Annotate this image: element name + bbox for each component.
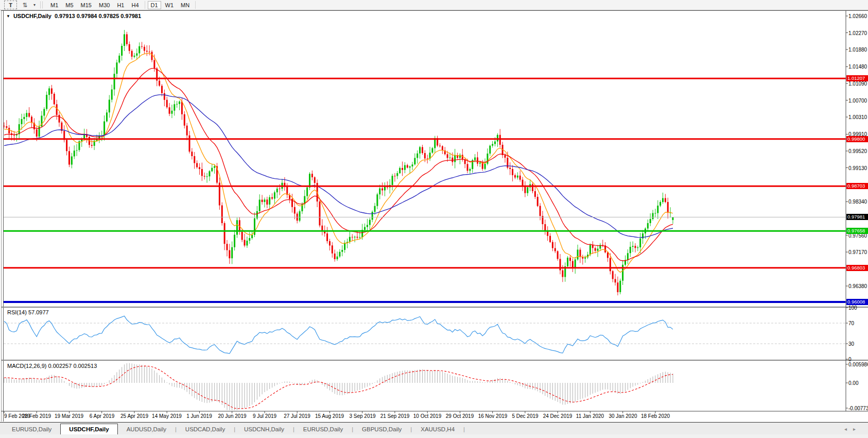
- current-price-tag: 0.97981: [846, 214, 868, 220]
- date-axis-label: 19 Mar 2019: [55, 413, 83, 419]
- price-axis-label: 0.98340: [848, 199, 867, 205]
- chart-tab-usdcad-daily[interactable]: USDCAD,Daily: [177, 424, 234, 435]
- date-axis-label: 16 Nov 2019: [478, 413, 508, 419]
- price-line-tag[interactable]: 1.01207: [846, 75, 868, 81]
- chart-tab-audusd-daily[interactable]: AUDUSD,Daily: [118, 424, 175, 435]
- date-axis-label: 11 Jan 2020: [576, 413, 604, 419]
- price-line-tag[interactable]: 0.96803: [846, 265, 868, 271]
- price-axis-label: 0.99520: [848, 148, 867, 154]
- price-axis-label: 0.96380: [848, 283, 867, 289]
- mt4-window: T ⇅ ▾ M1M5M15M30H1H4D1W1MN ▼ USDCHF,Dail…: [0, 0, 868, 438]
- chart-tab-bar: EURUSD,DailyUSDCHF,DailyAUDUSD,Daily|USD…: [0, 422, 868, 435]
- date-axis-label: 1 Jun 2019: [186, 413, 212, 419]
- price-axis-label: 1.02270: [848, 30, 867, 36]
- date-axis-label: 30 Jan 2020: [609, 413, 637, 419]
- collapse-quote-arrow-icon[interactable]: ▼: [6, 14, 10, 19]
- rsi-line: [4, 316, 673, 353]
- date-axis-label: 24 Dec 2019: [543, 413, 572, 419]
- date-axis-label: 3 Sep 2019: [349, 413, 375, 419]
- chart-canvas[interactable]: [0, 0, 868, 438]
- chart-tab-usdcnh-daily[interactable]: USDCNH,Daily: [235, 424, 293, 435]
- price-axis-label: 1.01880: [848, 47, 867, 53]
- date-axis-label: 27 Jul 2019: [284, 413, 310, 419]
- price-line-tag[interactable]: 0.99800: [846, 136, 868, 142]
- ma-fast-line: [4, 53, 673, 272]
- macd-axis-label: -0.007737: [848, 406, 868, 411]
- date-axis-label: 9 Jul 2019: [253, 413, 276, 419]
- date-axis-label: 28 Feb 2019: [22, 413, 51, 419]
- candle-wicks-down: [4, 32, 668, 295]
- rsi-axis-label: 70: [848, 321, 854, 326]
- price-line-tag[interactable]: 0.96008: [846, 299, 868, 305]
- macd-label: MACD(12,26,9) 0.002257 0.002513: [7, 363, 97, 369]
- chart-symbol-title: USDCHF,Daily: [13, 13, 51, 19]
- price-axis-label: 0.97170: [848, 249, 867, 255]
- tab-scroll-arrows[interactable]: ◂▸: [844, 426, 862, 432]
- rsi-axis-label: 100: [848, 305, 857, 311]
- chart-ohlc-values: 0.97913 0.97984 0.97825 0.97981: [55, 13, 141, 19]
- macd-histogram: [4, 363, 673, 410]
- date-axis-label: 14 May 2019: [152, 413, 182, 419]
- date-axis-label: 5 Dec 2019: [512, 413, 538, 419]
- date-axis-label: 25 Apr 2019: [120, 413, 148, 419]
- date-axis-label: 21 Sep 2019: [380, 413, 410, 419]
- chart-tab-eurusd-daily[interactable]: EURUSD,Daily: [3, 424, 60, 435]
- date-axis-label: 29 Oct 2019: [446, 413, 474, 419]
- price-axis-label: 1.02660: [848, 13, 867, 19]
- rsi-axis-label: 30: [848, 341, 854, 347]
- date-axis-label: 10 Oct 2019: [413, 413, 441, 419]
- tab-separator: |: [463, 424, 465, 435]
- ma-mid-line: [4, 69, 673, 261]
- price-line-tag[interactable]: 0.97658: [846, 228, 868, 234]
- date-axis-label: 6 Apr 2019: [90, 413, 114, 419]
- chart-tab-xauusd-h4[interactable]: XAUUSD,H4: [412, 424, 463, 435]
- price-axis-label: 1.00310: [848, 114, 867, 120]
- rsi-label: RSI(14) 57.0977: [7, 309, 49, 315]
- candle-bodies-down: [4, 35, 669, 292]
- status-bar: [0, 434, 868, 438]
- price-axis-label: 1.01480: [848, 64, 867, 70]
- macd-axis-label: 0.00: [848, 380, 858, 386]
- date-axis-label: 15 Aug 2019: [315, 413, 344, 419]
- chart-tab-usdchf-daily[interactable]: USDCHF,Daily: [60, 424, 117, 435]
- price-axis-label: 1.01090: [848, 81, 867, 87]
- macd-axis-label: 0.005986: [848, 362, 868, 367]
- chart-header: ▼ USDCHF,Daily 0.97913 0.97984 0.97825 0…: [6, 13, 141, 19]
- price-line-tag[interactable]: 0.98703: [846, 183, 868, 189]
- axis-tick-marks: [4, 16, 848, 413]
- date-axis-label: 20 Jun 2019: [218, 413, 246, 419]
- date-axis-label: 18 Feb 2020: [641, 413, 670, 419]
- price-axis-label: 0.99130: [848, 165, 867, 171]
- price-axis-label: 1.00700: [848, 98, 867, 104]
- chart-tab-gbpusd-daily[interactable]: GBPUSD,Daily: [353, 424, 410, 435]
- candle-wicks-up: [16, 30, 673, 294]
- chart-tab-eurusd-daily[interactable]: EURUSD,Daily: [294, 424, 352, 435]
